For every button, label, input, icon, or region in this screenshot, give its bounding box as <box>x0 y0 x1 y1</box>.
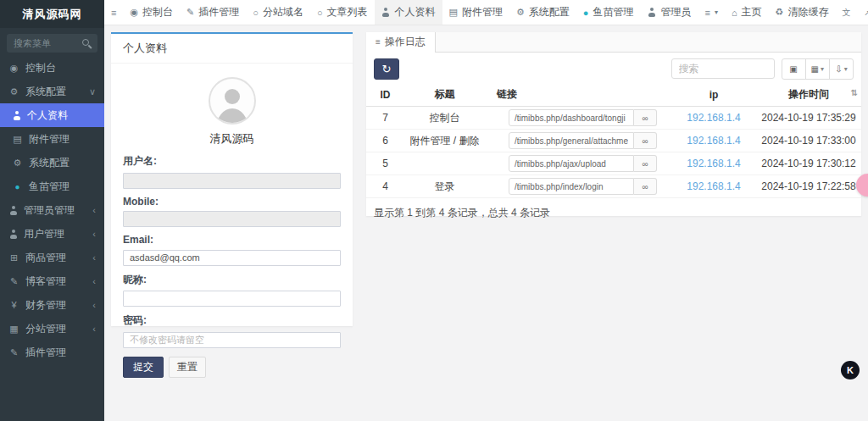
cell-link: ∞ <box>485 152 671 175</box>
sidebar-item-label: 附件管理 <box>29 132 70 147</box>
dashboard-icon: ◉ <box>8 63 19 74</box>
cell-time: 2024-10-19 17:30:12 <box>756 152 861 175</box>
chevron-left-icon: ‹ <box>92 205 96 215</box>
ip-link[interactable]: 192.168.1.4 <box>671 107 756 130</box>
sidebar-item-dashboard[interactable]: ◉ 控制台 <box>0 56 104 80</box>
ip-link[interactable]: 192.168.1.4 <box>671 130 756 152</box>
nav-tab-fry-manage[interactable]: ● 鱼苗管理 <box>576 0 641 25</box>
help-button[interactable]: K <box>841 361 860 379</box>
sidebar-item-attachments[interactable]: ▤ 附件管理 <box>0 127 104 151</box>
hamburger-icon: ≡ <box>111 8 116 18</box>
columns-button[interactable]: ▦ ▾ <box>805 58 830 80</box>
cell-id: 5 <box>366 152 404 175</box>
reset-button[interactable]: 重置 <box>169 357 206 378</box>
circle-icon: ○ <box>253 8 259 18</box>
nav-tab-label: 个人资料 <box>395 5 436 19</box>
tab-operation-log[interactable]: ≡ 操作日志 <box>366 32 436 52</box>
cell-time: 2024-10-19 17:35:29 <box>756 107 861 130</box>
nickname-label: 昵称: <box>123 273 341 287</box>
nav-tab-dashboard[interactable]: ◉ 控制台 <box>123 0 180 25</box>
sidebar-item-label: 商品管理 <box>25 251 66 265</box>
box-icon: ▣ <box>789 64 797 74</box>
cell-title: 控制台 <box>404 107 485 130</box>
password-field[interactable] <box>123 332 341 348</box>
sidebar-item-settings[interactable]: ⚙ 系统配置 <box>0 151 104 174</box>
tabs-menu-button[interactable]: ≡ ▾ <box>698 0 725 25</box>
sidebar-item-profile[interactable]: 个人资料 <box>0 103 104 127</box>
nav-tab-label: 鱼苗管理 <box>593 5 634 19</box>
brand-title: 清风源码网 <box>0 0 104 28</box>
translate-button[interactable]: 文 <box>835 0 857 25</box>
sidebar-item-goods-manage[interactable]: ⊞ 商品管理 ‹ <box>0 246 104 269</box>
log-search-input[interactable] <box>671 58 775 79</box>
sidebar-item-finance-manage[interactable]: ¥ 财务管理 ‹ <box>0 293 104 317</box>
form-actions: 提交 重置 <box>123 357 341 378</box>
nav-tab-admin[interactable]: 管理员 <box>641 0 698 25</box>
sidebar-item-subsite-manage[interactable]: ▦ 分站管理 ‹ <box>0 317 104 341</box>
nav-tab-settings[interactable]: ⚙ 系统配置 <box>509 0 576 25</box>
sidebar-item-label: 插件管理 <box>25 346 66 360</box>
link-button[interactable]: ∞ <box>634 155 657 172</box>
search-toggle-button[interactable]: ▣ <box>782 58 806 80</box>
email-field[interactable] <box>123 250 341 266</box>
fullscreen-icon: ↗↙ <box>864 8 868 17</box>
link-input[interactable] <box>509 109 634 126</box>
export-button[interactable]: ⇩ ▾ <box>829 58 854 80</box>
fish-icon: ● <box>583 8 589 18</box>
sidebar-item-plugin-manage[interactable]: ✎ 插件管理 <box>0 341 104 364</box>
nav-tab-article-list[interactable]: ○ 文章列表 <box>310 0 375 25</box>
ip-link[interactable]: 192.168.1.4 <box>671 175 756 198</box>
nickname-field[interactable] <box>123 291 341 307</box>
sidebar-item-fry-manage[interactable]: ● 鱼苗管理 <box>0 174 104 198</box>
sidebar-item-label: 控制台 <box>25 61 56 75</box>
sidebar-toggle-button[interactable]: ≡ <box>104 0 123 25</box>
fish-icon: ● <box>12 182 23 191</box>
link-input[interactable] <box>509 132 634 149</box>
sidebar-menu: ◉ 控制台 ⚙ 系统配置 ∨ 个人资料 ▤ 附件管理 ⚙ 系统配置 ● 鱼苗管理… <box>0 56 104 364</box>
nav-tab-subsite-domain[interactable]: ○ 分站域名 <box>246 0 310 25</box>
sidebar-item-label: 财务管理 <box>25 298 66 313</box>
link-button[interactable]: ∞ <box>634 132 657 149</box>
nickname-group: 昵称: <box>123 273 341 307</box>
nav-tab-label: 管理员 <box>661 5 692 19</box>
submit-button[interactable]: 提交 <box>123 357 164 378</box>
home-button[interactable]: ⌂ 主页 <box>725 0 769 25</box>
sidebar-item-blog-manage[interactable]: ✎ 博客管理 ‹ <box>0 269 104 293</box>
link-input-group: ∞ <box>509 132 657 149</box>
ip-link[interactable]: 192.168.1.4 <box>671 152 756 175</box>
sidebar-item-system-config[interactable]: ⚙ 系统配置 ∨ <box>0 80 104 103</box>
nav-tab-label: 系统配置 <box>529 5 570 19</box>
sidebar-item-user-manage[interactable]: 用户管理 ‹ <box>0 222 104 246</box>
plugin-icon: ✎ <box>8 347 19 358</box>
link-button[interactable]: ∞ <box>634 178 657 195</box>
nav-tab-label: 分站域名 <box>263 5 303 19</box>
cell-link: ∞ <box>485 130 671 152</box>
col-header-time: 操作时间 ⇅ <box>756 83 861 107</box>
link-input[interactable] <box>509 155 634 172</box>
link-input[interactable] <box>509 178 634 195</box>
list-icon: ≡ <box>376 37 381 47</box>
refresh-button[interactable]: ↻ <box>374 58 399 80</box>
password-label: 密码: <box>123 313 341 328</box>
link-icon: ∞ <box>642 159 648 169</box>
sitemap-icon: ▦ <box>8 324 19 335</box>
link-button[interactable]: ∞ <box>634 109 657 126</box>
nav-tab-profile[interactable]: 个人资料 <box>375 0 442 25</box>
clear-cache-button[interactable]: ♻ 清除缓存 <box>769 0 836 25</box>
avatar-torso <box>216 108 248 125</box>
email-group: Email: <box>123 234 341 266</box>
sidebar: 清风源码网 ◉ 控制台 ⚙ 系统配置 ∨ 个人资料 ▤ 附件管理 ⚙ 系统配置 … <box>0 0 104 421</box>
nav-tab-attachments[interactable]: ▤ 附件管理 <box>442 0 509 25</box>
profile-display-name: 清风源码 <box>123 131 341 147</box>
chevron-left-icon: ‹ <box>92 300 96 310</box>
tab-label: 操作日志 <box>385 35 426 49</box>
fullscreen-button[interactable]: ↗↙ <box>857 0 868 25</box>
cell-title: 附件管理 / 删除 <box>404 130 485 152</box>
nav-tab-plugins[interactable]: ✎ 插件管理 <box>180 0 246 25</box>
trash-icon: ♻ <box>776 7 784 18</box>
col-header-title: 标题 <box>404 83 485 107</box>
profile-avatar[interactable] <box>209 77 256 125</box>
sort-icon[interactable]: ⇅ <box>851 88 858 97</box>
link-icon: ∞ <box>642 182 648 191</box>
sidebar-item-admin-manage[interactable]: 管理员管理 ‹ <box>0 198 104 222</box>
